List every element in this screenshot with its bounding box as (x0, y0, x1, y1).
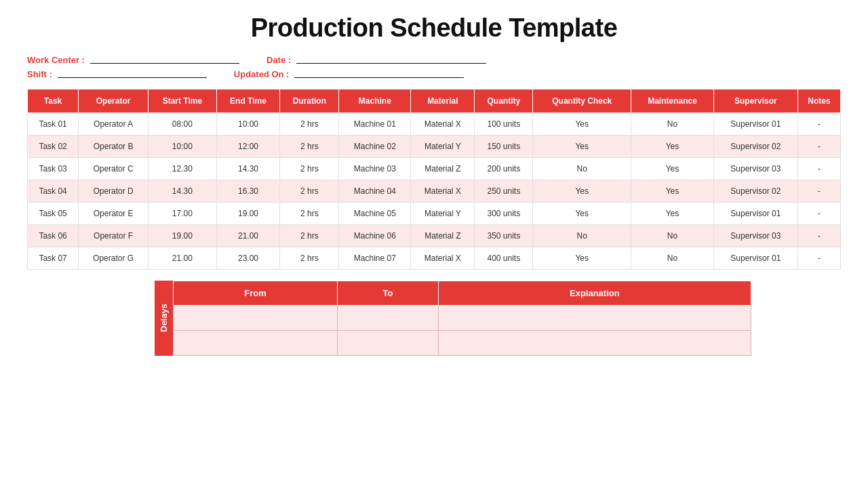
table-cell: Yes (631, 180, 714, 203)
table-cell: Operator D (79, 180, 149, 203)
table-cell: Yes (631, 158, 714, 180)
table-cell: 21.00 (149, 247, 217, 270)
work-center-field: Work Center : (27, 55, 239, 65)
delays-label: Delays (155, 281, 173, 356)
table-cell: 19.00 (216, 203, 280, 225)
table-header-cell: Material (411, 89, 475, 113)
table-cell: 2 hrs (280, 247, 339, 270)
delays-cell (338, 331, 439, 356)
table-row: Task 02Operator B10:0012:002 hrsMachine … (28, 136, 841, 158)
table-cell: 200 units (475, 158, 533, 180)
table-cell: 250 units (475, 180, 533, 203)
delays-header-cell: To (338, 281, 439, 306)
table-cell: Yes (533, 247, 631, 270)
table-row: Task 07Operator G21.0023.002 hrsMachine … (28, 247, 841, 270)
table-cell: 2 hrs (280, 180, 339, 203)
table-cell: Material X (411, 247, 475, 270)
table-cell: 16.30 (216, 180, 280, 203)
delays-cell (338, 306, 439, 331)
table-header-cell: Quantity Check (533, 89, 631, 113)
table-cell: No (631, 247, 714, 270)
table-cell: Supervisor 03 (713, 158, 797, 180)
table-header-cell: Supervisor (713, 89, 797, 113)
table-cell: Operator A (79, 113, 149, 136)
table-cell: 2 hrs (280, 158, 339, 180)
table-cell: Material X (411, 180, 475, 203)
table-cell: Yes (533, 203, 631, 225)
table-cell: Operator F (79, 225, 149, 247)
table-header-cell: Start Time (149, 89, 217, 113)
table-cell: 2 hrs (280, 225, 339, 247)
table-row: Task 04Operator D14.3016.302 hrsMachine … (28, 180, 841, 203)
date-line (296, 57, 486, 64)
table-cell: Supervisor 02 (713, 180, 797, 203)
table-cell: Operator G (79, 247, 149, 270)
table-cell: Machine 04 (339, 180, 411, 203)
updated-on-label: Updated On : (234, 69, 290, 79)
updated-on-field: Updated On : (234, 69, 465, 79)
date-label: Date : (267, 55, 291, 65)
table-cell: - (797, 158, 840, 180)
table-cell: Task 01 (28, 113, 79, 136)
table-cell: Machine 03 (339, 158, 411, 180)
table-row: Task 03Operator C12.3014.302 hrsMachine … (28, 158, 841, 180)
production-table: TaskOperatorStart TimeEnd TimeDurationMa… (27, 89, 841, 270)
table-row: Task 01Operator A08:0010:002 hrsMachine … (28, 113, 841, 136)
table-row: Task 06Operator F19.0021.002 hrsMachine … (28, 225, 841, 247)
table-cell: Material Y (411, 203, 475, 225)
delays-row (174, 331, 751, 356)
table-cell: Task 02 (28, 136, 79, 158)
table-cell: 17.00 (149, 203, 217, 225)
table-cell: 300 units (475, 203, 533, 225)
meta-row-2: Shift : Updated On : (27, 69, 841, 79)
table-cell: Supervisor 02 (713, 136, 797, 158)
table-header-cell: End Time (216, 89, 280, 113)
table-cell: Yes (631, 203, 714, 225)
table-cell: No (533, 225, 631, 247)
table-cell: No (631, 225, 714, 247)
table-cell: Task 05 (28, 203, 79, 225)
table-cell: Supervisor 01 (713, 247, 797, 270)
table-cell: Yes (533, 136, 631, 158)
table-cell: 12:00 (216, 136, 280, 158)
page-title: Production Schedule Template (251, 14, 618, 43)
delays-section: Delays FromToExplanation (155, 281, 751, 356)
shift-field: Shift : (27, 69, 207, 79)
delays-header-cell: Explanation (438, 281, 751, 306)
table-cell: 2 hrs (280, 136, 339, 158)
shift-label: Shift : (27, 69, 52, 79)
table-row: Task 05Operator E17.0019.002 hrsMachine … (28, 203, 841, 225)
table-cell: Material Z (411, 225, 475, 247)
delays-header-cell: From (174, 281, 338, 306)
table-cell: 12.30 (149, 158, 217, 180)
table-cell: 21.00 (216, 225, 280, 247)
meta-section: Work Center : Date : Shift : Updated On … (27, 55, 841, 79)
table-cell: Task 06 (28, 225, 79, 247)
meta-row-1: Work Center : Date : (27, 55, 841, 65)
table-cell: - (797, 203, 840, 225)
table-cell: Material X (411, 113, 475, 136)
table-cell: 400 units (475, 247, 533, 270)
table-cell: 23.00 (216, 247, 280, 270)
table-cell: - (797, 113, 840, 136)
delays-cell (438, 306, 751, 331)
table-cell: Operator B (79, 136, 149, 158)
table-cell: Yes (631, 136, 714, 158)
table-cell: Material Z (411, 158, 475, 180)
table-cell: Yes (533, 113, 631, 136)
table-cell: Task 03 (28, 158, 79, 180)
table-cell: Yes (533, 180, 631, 203)
table-cell: 10:00 (216, 113, 280, 136)
table-header-cell: Duration (280, 89, 339, 113)
table-cell: Supervisor 03 (713, 225, 797, 247)
table-cell: Material Y (411, 136, 475, 158)
table-cell: 10:00 (149, 136, 217, 158)
table-cell: Supervisor 01 (713, 203, 797, 225)
table-cell: 19.00 (149, 225, 217, 247)
table-cell: 2 hrs (280, 113, 339, 136)
table-cell: Machine 02 (339, 136, 411, 158)
table-header-cell: Quantity (475, 89, 533, 113)
table-cell: - (797, 225, 840, 247)
table-header-cell: Maintenance (631, 89, 714, 113)
table-cell: No (533, 158, 631, 180)
